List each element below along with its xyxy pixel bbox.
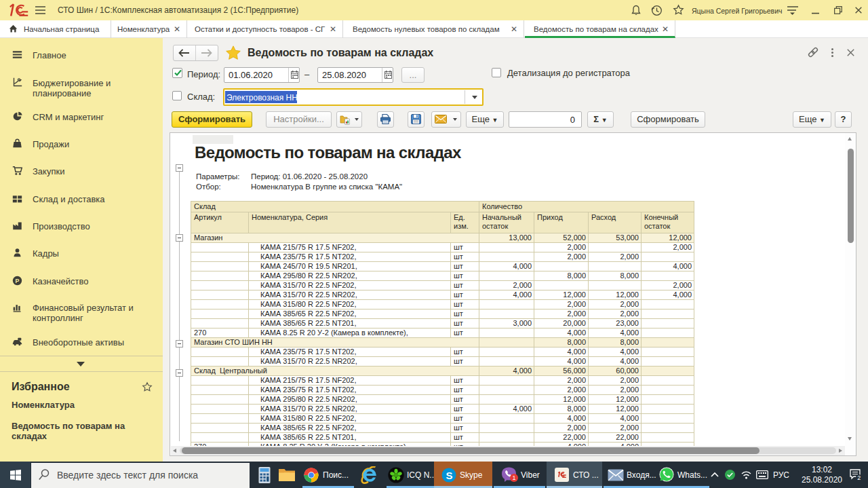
svg-text:S: S [446,470,453,481]
svg-text:2: 2 [857,474,861,481]
svg-text:Р: Р [16,278,20,284]
